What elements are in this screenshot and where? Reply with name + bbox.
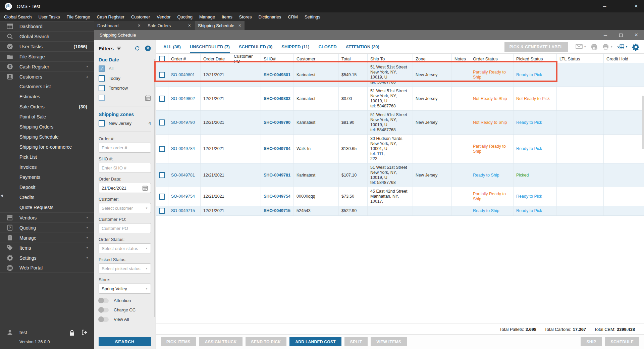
column-header-order-status[interactable]: Order Status	[470, 54, 514, 64]
close-tab-icon[interactable]: ×	[138, 23, 141, 28]
column-header-total[interactable]: Total	[339, 54, 368, 64]
sidebar-item-items[interactable]: Items▼	[0, 243, 94, 253]
sidebar-item-payments[interactable]: Payments	[0, 172, 94, 182]
table-row[interactable]: SO-004975412/21/2021SHO-004975400000qqq$…	[156, 187, 644, 206]
custom-date-checkbox[interactable]	[99, 95, 105, 101]
checkbox[interactable]	[99, 120, 105, 127]
sidebar-item-web-portal[interactable]: Web Portal	[0, 263, 94, 273]
customer-select[interactable]: Select customer ▼	[99, 203, 151, 213]
sho-number-link[interactable]: SHO-0049781	[261, 163, 294, 187]
window-minimize-button[interactable]: ─	[597, 0, 612, 12]
order-number-link[interactable]: SO-0049781	[168, 163, 201, 187]
menubar-item-items[interactable]: Items	[218, 14, 236, 19]
sho-number-input[interactable]	[99, 163, 151, 173]
toggle-switch[interactable]	[99, 317, 109, 322]
checkbox[interactable]	[99, 85, 105, 91]
column-header-customer[interactable]: Customer	[294, 54, 339, 64]
picked-status-select[interactable]: Select picked status ▼	[99, 263, 151, 273]
menubar-item-customer[interactable]: Customer	[128, 14, 153, 19]
sidebar-item-quote-requests[interactable]: Quote Requests	[0, 202, 94, 212]
table-scrollbar[interactable]	[642, 96, 644, 149]
order-number-input[interactable]	[99, 143, 151, 153]
assign-truck-button[interactable]: ASSIGN TRUCK	[199, 337, 243, 346]
order-number-link[interactable]: SO-0049715	[168, 206, 201, 215]
checkbox[interactable]	[99, 75, 105, 82]
sho-number-link[interactable]: SHO-0049801	[261, 63, 294, 87]
sho-number-link[interactable]: SHO-0049754	[261, 187, 294, 206]
menubar-item-user-tasks[interactable]: User Tasks	[35, 14, 63, 19]
calendar-icon[interactable]	[142, 185, 148, 191]
select-all-checkbox[interactable]	[159, 56, 165, 62]
table-row[interactable]: SO-004971512/21/2021SHO-0049715524543$52…	[156, 206, 644, 216]
panel-restore-button[interactable]	[613, 30, 629, 40]
view-tab-closed[interactable]: CLOSED	[318, 40, 336, 53]
order-number-link[interactable]: SO-0049790	[168, 111, 201, 134]
column-header-order-date[interactable]: Order Date	[201, 54, 231, 64]
sidebar-item-user-tasks[interactable]: User Tasks(1066)	[0, 41, 94, 51]
table-row[interactable]: SO-004979012/21/2021SHO-0049790Karinates…	[156, 111, 644, 135]
row-checkbox[interactable]	[159, 119, 165, 126]
order-number-link[interactable]: SO-0049754	[168, 187, 201, 206]
sidebar-collapse-arrow-icon[interactable]: ◀	[0, 194, 3, 197]
sidebar-item-global-search[interactable]: Global Search	[0, 31, 94, 41]
email-button[interactable]: ▼	[576, 44, 586, 50]
column-header-zone[interactable]: Zone	[413, 54, 452, 64]
sidebar-item-credits[interactable]: Credits	[0, 192, 94, 202]
doc-tab-shipping-schedule[interactable]: Shipping Schedule×	[195, 21, 245, 30]
table-row[interactable]: SO-004978412/21/2021SHO-0049784Walk-In$1…	[156, 135, 644, 163]
print-button[interactable]: ▼	[602, 44, 613, 50]
order-status-select[interactable]: Select order status ▼	[99, 243, 151, 253]
menubar-item-dictionaries[interactable]: Dictionaries	[255, 14, 284, 19]
menubar-item-crm[interactable]: CRM	[284, 14, 301, 19]
menubar-item-vendor[interactable]: Vendor	[153, 14, 174, 19]
sidebar-item-point-of-sale[interactable]: Point of Sale	[0, 112, 94, 122]
pick-items-button[interactable]: PICK ITEMS	[161, 337, 196, 346]
sho-number-link[interactable]: SHO-0049802	[261, 87, 294, 110]
column-header-ship-to[interactable]: Ship To	[368, 54, 413, 64]
send-to-pick-button[interactable]: SEND TO PICK	[246, 337, 287, 346]
due-date-option-all[interactable]: All	[99, 64, 151, 73]
view-tab-shipped-11[interactable]: SHIPPED (11)	[281, 40, 309, 53]
toggle-switch[interactable]	[99, 298, 109, 303]
view-tab-all-38[interactable]: ALL (38)	[163, 40, 181, 53]
table-row[interactable]: SO-004978112/21/2021SHO-0049781Karinates…	[156, 163, 644, 187]
sidebar-item-deposit[interactable]: Deposit	[0, 182, 94, 192]
view-tab-scheduled-0[interactable]: SCHEDULED (0)	[239, 40, 272, 53]
due-date-option-tomorrow[interactable]: Tomorrow	[99, 83, 151, 93]
row-checkbox[interactable]	[159, 72, 165, 78]
schedule-button[interactable]: SCHEDULE	[605, 337, 639, 346]
column-header-notes[interactable]: Notes	[452, 54, 470, 64]
menubar-item-global-search[interactable]: Global Search	[1, 14, 35, 19]
sho-number-link[interactable]: SHO-0049790	[261, 111, 294, 134]
sidebar-item-shipping-schedule[interactable]: Shipping Schedule	[0, 132, 94, 142]
column-header-picked-status[interactable]: Picked Status	[514, 54, 557, 64]
row-checkbox[interactable]	[159, 208, 165, 214]
column-header-credit-hold[interactable]: Credit Hold	[604, 54, 644, 64]
panel-close-button[interactable]: ×	[629, 30, 644, 40]
row-checkbox[interactable]	[159, 194, 165, 200]
window-restore-button[interactable]	[612, 0, 628, 12]
close-tab-icon[interactable]: ×	[238, 23, 241, 28]
sidebar-item-manage[interactable]: Manage▼	[0, 233, 94, 243]
due-date-option-today[interactable]: Today	[99, 73, 151, 83]
sho-number-link[interactable]: SHO-0049784	[261, 135, 294, 163]
zone-option-new-jersey[interactable]: New Jersey4	[99, 118, 151, 128]
menubar-item-file-storage[interactable]: File Storage	[63, 14, 93, 19]
sidebar-item-vendors[interactable]: Vendors▼	[0, 212, 94, 222]
view-tab-attention-20[interactable]: ATTENTION (20)	[346, 40, 379, 53]
doc-tab-sale-orders[interactable]: Sale Orders×	[144, 21, 194, 30]
lock-icon[interactable]	[69, 330, 75, 335]
sidebar-item-quoting[interactable]: ?Quoting▼	[0, 222, 94, 233]
sidebar-item-file-storage[interactable]: File Storage	[0, 51, 94, 61]
customer-po-input[interactable]	[99, 223, 151, 233]
export-excel-button[interactable]: x ▼	[617, 44, 628, 50]
column-header-sho[interactable]: SHO#	[261, 54, 294, 64]
view-tab-unscheduled-7[interactable]: UNSCHEDULED (7)	[190, 40, 230, 53]
toggle-switch[interactable]	[99, 308, 109, 312]
menubar-item-settings[interactable]: Settings	[301, 14, 324, 19]
panel-minimize-button[interactable]: ─	[598, 30, 613, 40]
table-row[interactable]: SO-004980212/21/2021SHO-0049802Karinates…	[156, 87, 644, 111]
sidebar-item-cash-register[interactable]: $Cash Register▼	[0, 61, 94, 71]
pick-generate-label-button[interactable]: PICK & GENERATE LABEL	[504, 42, 568, 52]
sidebar-item-customers-list[interactable]: Customers List	[0, 82, 94, 92]
